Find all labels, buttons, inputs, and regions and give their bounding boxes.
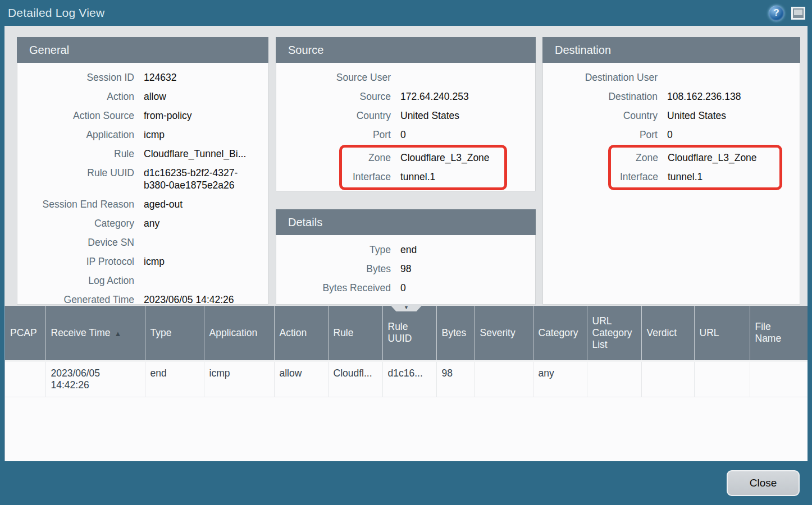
column-header-url-category-list[interactable]: URL Category List	[587, 306, 641, 361]
log-table: PCAP Receive Time▲ Type Application Acti…	[5, 306, 808, 397]
content-area: General Session ID124632 Actionallow Act…	[4, 26, 808, 306]
cell-rule: Cloudfl...	[328, 361, 382, 397]
field-value: 124632	[144, 71, 268, 84]
titlebar-icons: ?	[769, 6, 805, 21]
cell-pcap	[5, 361, 45, 397]
field-label: Type	[276, 244, 391, 256]
column-header-type[interactable]: Type	[145, 306, 204, 361]
column-header-file-name[interactable]: File Name	[750, 306, 808, 361]
panel-general-body: Session ID124632 Actionallow Action Sour…	[17, 63, 268, 305]
field-value: 108.162.236.138	[667, 90, 800, 103]
panel-details-body: Typeend Bytes98 Bytes Received0	[276, 235, 536, 305]
cell-action: allow	[274, 361, 328, 397]
field-row: Session ID124632	[17, 68, 268, 87]
panel-source: Source Source User Source172.64.240.253 …	[276, 37, 536, 191]
destination-zone-interface-highlight: ZoneCloudflare_L3_Zone Interfacetunnel.1	[608, 145, 782, 190]
field-row: Log Action	[17, 271, 268, 290]
column-header-pcap[interactable]: PCAP	[5, 306, 45, 361]
field-row: Session End Reasonaged-out	[17, 195, 268, 214]
field-row: Categoryany	[17, 214, 268, 233]
field-row: Generated Time2023/06/05 14:42:26	[17, 290, 268, 305]
field-row: Source172.64.240.253	[276, 87, 535, 106]
field-row: IP Protocolicmp	[17, 252, 268, 271]
field-label: Source	[276, 90, 391, 103]
panel-details: Details Typeend Bytes98 Bytes Received0	[276, 209, 536, 305]
field-row: ZoneCloudflare_L3_Zone	[611, 148, 779, 167]
sort-ascending-icon: ▲	[115, 329, 122, 338]
panel-source-body: Source User Source172.64.240.253 Country…	[276, 63, 536, 191]
field-row: Destination User	[543, 68, 800, 87]
column-header-verdict[interactable]: Verdict	[641, 306, 694, 361]
panel-general: General Session ID124632 Actionallow Act…	[17, 37, 268, 305]
chevron-down-icon: ▼	[404, 305, 409, 310]
cell-type: end	[145, 361, 204, 397]
field-value: tunnel.1	[668, 171, 779, 183]
panel-source-title: Source	[288, 44, 323, 57]
field-label: Category	[17, 217, 134, 229]
field-value: 172.64.240.253	[400, 90, 535, 103]
field-row: Rule UUIDd1c16235-b2f2-4327- b380-0ae187…	[17, 163, 268, 195]
field-label: Destination	[543, 90, 658, 103]
column-header-rule-uuid[interactable]: Rule UUID	[382, 306, 436, 361]
field-label: Country	[276, 109, 391, 122]
field-row: Typeend	[276, 240, 535, 259]
help-icon[interactable]: ?	[769, 6, 784, 21]
field-row: Source User	[276, 68, 535, 87]
field-row: CountryUnited States	[543, 106, 800, 125]
column-header-rule[interactable]: Rule	[328, 306, 382, 361]
column-header-receive-time[interactable]: Receive Time▲	[45, 306, 145, 361]
cell-application: icmp	[204, 361, 274, 397]
field-value	[144, 274, 268, 287]
field-value: 98	[400, 263, 535, 275]
panel-destination-title: Destination	[555, 44, 611, 57]
column-header-category[interactable]: Category	[533, 306, 587, 361]
column-header-application[interactable]: Application	[204, 306, 274, 361]
field-label: Zone	[342, 152, 391, 164]
cell-rule-uuid: d1c16...	[382, 361, 436, 397]
field-value: 0	[400, 128, 535, 141]
field-row: Applicationicmp	[17, 125, 268, 144]
field-value: Cloudflare_L3_Zone	[668, 152, 779, 164]
field-value: Cloudflare_Tunnel_Bi...	[144, 148, 268, 160]
field-row: CountryUnited States	[276, 106, 535, 125]
field-label: Source User	[276, 71, 391, 84]
window-restore-icon[interactable]	[791, 7, 805, 20]
cell-file-name	[750, 361, 808, 397]
bottom-bar: Close	[0, 461, 812, 505]
field-value: 0	[667, 128, 800, 141]
field-label: Generated Time	[17, 293, 134, 305]
cell-bytes: 98	[436, 361, 475, 397]
field-label: IP Protocol	[17, 255, 134, 268]
field-value: tunnel.1	[400, 171, 504, 183]
table-row[interactable]: 2023/06/05 14:42:26 end icmp allow Cloud…	[5, 361, 808, 397]
field-label: Application	[17, 128, 134, 141]
column-header-action[interactable]: Action	[274, 306, 328, 361]
field-label: Bytes	[276, 263, 391, 275]
field-value	[144, 236, 268, 249]
field-value: icmp	[144, 255, 268, 268]
field-label: Destination User	[543, 71, 658, 84]
field-row: ZoneCloudflare_L3_Zone	[342, 148, 504, 167]
close-button[interactable]: Close	[727, 470, 800, 496]
field-row: Bytes Received0	[276, 278, 535, 297]
field-row: Port0	[543, 125, 800, 144]
field-row: Action Sourcefrom-policy	[17, 106, 268, 125]
table-header-row: PCAP Receive Time▲ Type Application Acti…	[5, 306, 808, 361]
column-header-bytes[interactable]: Bytes	[436, 306, 475, 361]
source-details-column: Source Source User Source172.64.240.253 …	[276, 37, 536, 305]
panel-details-title: Details	[288, 216, 322, 229]
field-label: Rule	[17, 148, 134, 160]
column-header-severity[interactable]: Severity	[475, 306, 533, 361]
column-header-url[interactable]: URL	[694, 306, 750, 361]
cell-category: any	[533, 361, 587, 397]
field-label: Session ID	[17, 71, 134, 84]
panel-destination: Destination Destination User Destination…	[542, 37, 800, 305]
field-value: from-policy	[144, 109, 268, 122]
field-row: Port0	[276, 125, 535, 144]
field-value: allow	[144, 90, 268, 103]
field-value	[400, 71, 535, 84]
field-row: Device SN	[17, 233, 268, 252]
field-label: Port	[276, 128, 391, 141]
cell-severity	[475, 361, 533, 397]
field-label: Action Source	[17, 109, 134, 122]
